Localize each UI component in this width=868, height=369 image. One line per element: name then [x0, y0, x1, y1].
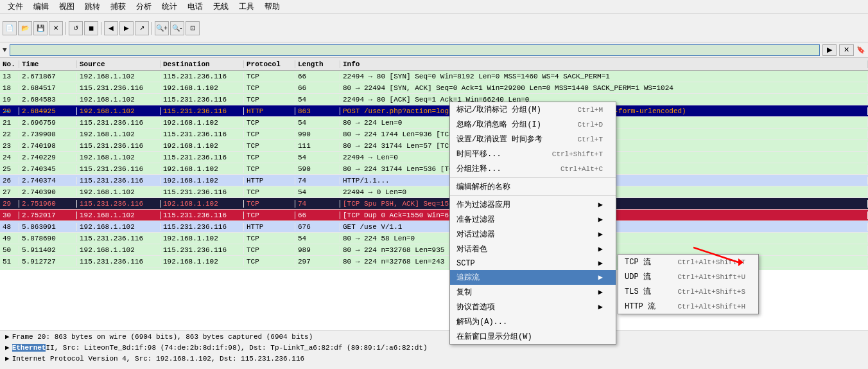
cell-no: 18 [0, 84, 19, 92]
fwd-btn[interactable]: ▶ [119, 21, 134, 35]
new-btn[interactable]: 📄 [3, 21, 17, 35]
table-row[interactable]: 292.751960115.231.236.116192.168.1.102TC… [0, 198, 868, 210]
cell-no: 24 [0, 154, 19, 161]
cell-len: 111 [295, 142, 340, 150]
ctx-menu-item[interactable]: 设置/取消设置 时间参考Ctrl+T [450, 132, 616, 147]
table-row[interactable]: 272.740390192.168.1.102115.231.236.116TC… [0, 186, 868, 198]
stop-btn[interactable]: ◼ [84, 21, 98, 35]
ctx-separator [450, 195, 616, 196]
ctx-menu-item[interactable]: 分组注释...Ctrl+Alt+C [450, 161, 616, 176]
menu-wireless[interactable]: 无线 [208, 0, 234, 14]
menu-edit[interactable]: 编辑 [28, 0, 54, 14]
submenu-arrow-icon: ▶ [598, 230, 603, 239]
table-row[interactable]: 232.740198115.231.236.116192.168.1.102TC… [0, 140, 868, 152]
table-row[interactable]: 262.740374115.231.236.116192.168.1.102HT… [0, 175, 868, 186]
table-row[interactable]: 132.671867192.168.1.102115.231.236.116TC… [0, 71, 868, 82]
menu-stats[interactable]: 统计 [157, 0, 182, 14]
submenu-item[interactable]: UDP 流Ctrl+Alt+Shift+U [618, 269, 758, 270]
menu-view[interactable]: 视图 [54, 0, 80, 14]
open-btn[interactable]: 📂 [18, 21, 32, 35]
cell-time: 2.740229 [19, 154, 77, 161]
cell-proto: TCP [244, 73, 295, 80]
cell-time: 2.684517 [19, 84, 77, 92]
table-row[interactable]: 212.696759115.231.236.116192.168.1.102TC… [0, 117, 868, 129]
table-row[interactable]: 192.684583192.168.1.102115.231.236.116TC… [0, 94, 868, 105]
table-row[interactable]: 302.752017192.168.1.102115.231.236.116TC… [0, 210, 868, 221]
ctx-item-right: ▶ [592, 230, 603, 239]
cell-dst: 192.168.1.102 [161, 269, 244, 271]
cell-src: 115.231.236.116 [77, 258, 161, 266]
ctx-item-right: Ctrl+Alt+C [548, 165, 603, 173]
cell-time: 2.740390 [19, 188, 77, 196]
close-btn[interactable]: ✕ [49, 21, 63, 35]
menu-phone[interactable]: 电话 [182, 0, 208, 14]
ctx-menu-item[interactable]: 准备过滤器▶ [450, 212, 616, 227]
ctx-shortcut: Ctrl+T [577, 136, 603, 143]
table-row[interactable]: 495.878690115.231.236.116192.168.1.102TC… [0, 233, 868, 244]
cell-time: 2.740345 [19, 165, 77, 173]
cell-time: 2.696759 [19, 119, 77, 127]
ctx-menu-item[interactable]: SCTP▶ [450, 256, 616, 270]
col-time: Time [19, 60, 77, 68]
ctx-item-right: ▶ [592, 200, 603, 210]
cell-no: 21 [0, 119, 19, 127]
cell-no: 25 [0, 165, 19, 173]
ctx-menu-item[interactable]: 作为过滤器应用▶ [450, 197, 616, 212]
menu-help[interactable]: 帮助 [259, 0, 285, 14]
menu-capture[interactable]: 捕获 [105, 0, 131, 14]
cell-time: 5.912727 [19, 258, 77, 266]
sep2 [101, 22, 101, 35]
cell-proto: TCP [244, 246, 295, 254]
cell-time: 2.752017 [19, 212, 77, 219]
packet-list[interactable]: 132.671867192.168.1.102115.231.236.116TC… [0, 71, 868, 270]
menu-go[interactable]: 跳转 [80, 0, 105, 14]
ctx-item-label: 标记/取消标记 分组(M) [456, 104, 541, 115]
cell-dst: 192.168.1.102 [161, 142, 244, 150]
ctx-menu-item[interactable]: 时间平移...Ctrl+Shift+T [450, 147, 616, 161]
cell-src: 192.168.1.102 [77, 130, 161, 138]
ctx-menu-item[interactable]: 对话着色▶ [450, 242, 616, 256]
cell-no: 23 [0, 142, 19, 150]
submenu-arrow-icon: ▶ [598, 258, 603, 268]
menu-file[interactable]: 文件 [3, 0, 28, 14]
cell-time: 5.911402 [19, 246, 77, 254]
save-btn[interactable]: 💾 [33, 21, 48, 35]
filter-apply-btn[interactable]: ▶ [822, 44, 837, 56]
table-row[interactable]: 242.740229192.168.1.102115.231.236.116TC… [0, 152, 868, 163]
table-row[interactable]: 252.740345115.231.236.116192.168.1.102TC… [0, 163, 868, 175]
cell-src: 115.231.236.116 [77, 200, 161, 208]
zoom-in-btn[interactable]: 🔍+ [155, 21, 169, 35]
menu-analyze[interactable]: 分析 [131, 0, 157, 14]
filter-input[interactable]: tcp.stream eq 2 [10, 44, 820, 56]
ctx-menu-item[interactable]: 对话过滤器▶ [450, 227, 616, 242]
zoom-fit-btn[interactable]: ⊡ [186, 21, 200, 35]
cell-len: 54 [295, 235, 340, 242]
col-info: Info [340, 60, 868, 68]
back-btn[interactable]: ◀ [104, 21, 118, 35]
ctx-menu-item[interactable]: 标记/取消标记 分组(M)Ctrl+M [450, 102, 616, 117]
filter-bookmark-icon[interactable]: 🔖 [856, 46, 865, 54]
submenu-item[interactable]: TCP 流Ctrl+Alt+Shift+T [618, 255, 758, 269]
cell-src: 115.231.236.116 [77, 119, 161, 127]
cell-no: 49 [0, 235, 19, 242]
table-row[interactable]: 182.684517115.231.236.116192.168.1.102TC… [0, 82, 868, 94]
cell-len: 590 [295, 165, 340, 173]
cell-len: 54 [295, 119, 340, 127]
ctx-menu-item[interactable]: 编辑解析的名称 [450, 179, 616, 194]
table-row[interactable]: →202.684925192.168.1.102115.231.236.116H… [0, 105, 868, 117]
reload-btn[interactable]: ↺ [69, 21, 83, 35]
zoom-out-btn[interactable]: 🔍- [170, 21, 184, 35]
cell-len: 54 [295, 188, 340, 196]
cell-len: 54 [295, 96, 340, 104]
sep1 [65, 22, 66, 35]
cell-src: 192.168.1.102 [77, 188, 161, 196]
cell-len: 863 [295, 107, 340, 115]
table-row[interactable]: 222.739908192.168.1.102115.231.236.116TC… [0, 129, 868, 140]
table-row[interactable]: 485.863091192.168.1.102115.231.236.116HT… [0, 221, 868, 233]
goto-btn[interactable]: ↗ [135, 21, 149, 35]
ctx-menu-item[interactable]: 忽略/取消忽略 分组(I)Ctrl+D [450, 117, 616, 132]
filter-clear-btn[interactable]: ✕ [839, 44, 854, 56]
cell-src: 192.168.1.102 [77, 212, 161, 219]
ctx-item-right: Ctrl+T [564, 136, 603, 143]
menu-tools[interactable]: 工具 [234, 0, 259, 14]
